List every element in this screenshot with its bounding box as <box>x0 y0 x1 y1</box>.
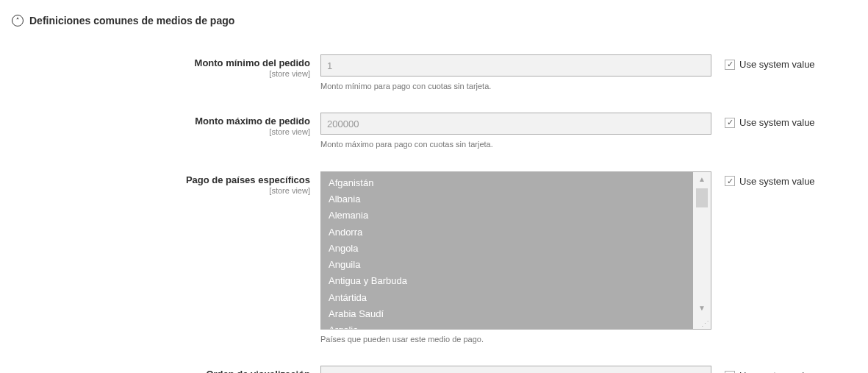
list-item[interactable]: Alemania <box>321 207 693 224</box>
input-col: Define el orden de visualización del med… <box>320 366 711 373</box>
scope-label: [store view] <box>12 69 310 78</box>
min-order-label: Monto mínimo del pedido <box>12 57 310 68</box>
config-section: ˄ Definiciones comunes de medios de pago… <box>0 0 868 373</box>
label-col: Pago de países específicos [store view] <box>12 171 320 195</box>
use-system-col: ✓ Use system value <box>711 366 815 373</box>
use-system-label: Use system value <box>739 370 815 373</box>
specific-countries-label: Pago de países específicos <box>12 174 310 185</box>
list-item[interactable]: Afganistán <box>321 175 693 191</box>
use-system-label: Use system value <box>739 176 815 187</box>
label-col: Monto mínimo del pedido [store view] <box>12 54 320 78</box>
label-col: Orden de visualización [store view] <box>12 366 320 373</box>
use-system-col: ✓ Use system value <box>711 171 815 187</box>
max-order-helper: Monto máximo para pago con cuotas sin ta… <box>320 139 711 150</box>
list-item[interactable]: Argelia <box>321 322 693 329</box>
input-col: Monto mínimo para pago con cuotas sin ta… <box>320 54 711 92</box>
specific-countries-helper: Países que pueden usar este medio de pag… <box>320 334 711 345</box>
label-col: Monto máximo de pedido [store view] <box>12 113 320 136</box>
input-col: Monto máximo para pago con cuotas sin ta… <box>320 113 711 150</box>
specific-countries-use-system-checkbox[interactable]: ✓ <box>725 176 735 186</box>
specific-countries-multiselect[interactable]: Afganistán Albania Alemania Andorra Ango… <box>320 171 711 330</box>
min-order-use-system-checkbox[interactable]: ✓ <box>725 60 735 70</box>
field-row-specific-countries: Pago de países específicos [store view] … <box>12 171 856 345</box>
use-system-col: ✓ Use system value <box>711 54 815 70</box>
scroll-up-icon[interactable]: ▲ <box>693 172 711 187</box>
use-system-label: Use system value <box>739 117 815 128</box>
use-system-label: Use system value <box>739 59 815 70</box>
scope-label: [store view] <box>12 127 310 136</box>
section-title: Definiciones comunes de medios de pago <box>29 15 234 26</box>
resize-handle-icon[interactable]: ⋰ <box>693 316 711 329</box>
list-item[interactable]: Antártida <box>321 290 693 306</box>
scroll-thumb[interactable] <box>696 188 708 207</box>
list-item[interactable]: Albania <box>321 191 693 207</box>
scrollbar[interactable]: ▲ ▼ ⋰ <box>693 172 711 329</box>
field-row-max-order: Monto máximo de pedido [store view] Mont… <box>12 113 856 150</box>
list-item[interactable]: Antigua y Barbuda <box>321 273 693 289</box>
field-row-min-order: Monto mínimo del pedido [store view] Mon… <box>12 54 856 92</box>
list-item[interactable]: Anguila <box>321 257 693 273</box>
max-order-use-system-checkbox[interactable]: ✓ <box>725 118 735 128</box>
multiselect-list: Afganistán Albania Alemania Andorra Ango… <box>321 172 693 329</box>
scope-label: [store view] <box>12 186 310 195</box>
list-item[interactable]: Andorra <box>321 224 693 241</box>
input-col: Afganistán Albania Alemania Andorra Ango… <box>320 171 711 345</box>
max-order-input[interactable] <box>320 113 711 135</box>
max-order-label: Monto máximo de pedido <box>12 116 310 127</box>
min-order-input[interactable] <box>320 54 711 77</box>
scroll-track[interactable] <box>693 187 711 301</box>
scroll-down-icon[interactable]: ▼ <box>693 301 711 316</box>
sort-order-label: Orden de visualización <box>12 369 310 373</box>
section-header[interactable]: ˄ Definiciones comunes de medios de pago <box>12 15 856 26</box>
field-row-sort-order: Orden de visualización [store view] Defi… <box>12 366 856 373</box>
min-order-helper: Monto mínimo para pago con cuotas sin ta… <box>320 81 711 92</box>
chevron-up-icon[interactable]: ˄ <box>12 15 24 26</box>
list-item[interactable]: Arabia Saudí <box>321 306 693 322</box>
sort-order-input[interactable] <box>320 366 711 373</box>
list-item[interactable]: Angola <box>321 241 693 257</box>
use-system-col: ✓ Use system value <box>711 113 815 128</box>
